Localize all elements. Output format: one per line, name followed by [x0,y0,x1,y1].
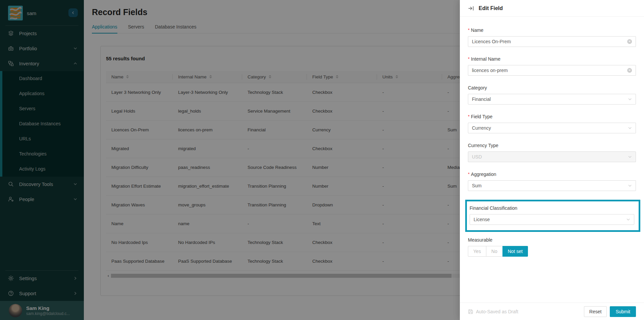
field-label: Measurable [468,237,636,243]
field-group-field-type: *Field Type Currency [468,113,636,133]
field-label: *Field Type [468,113,636,120]
aggregation-select[interactable]: Sum [468,180,636,191]
reset-button[interactable]: Reset [584,306,607,317]
currency-type-select: USD [468,151,636,162]
field-group-measurable: Measurable Yes No Not set [468,237,636,257]
measurable-not-set-button[interactable]: Not set [502,246,528,257]
internal-name-input[interactable] [472,68,627,73]
required-asterisk: * [468,113,470,120]
drawer-title: Edit Field [479,5,503,11]
edit-field-drawer: Edit Field *Name ✕ *Internal Name ✕ Cate… [460,0,644,320]
clear-icon[interactable]: ✕ [627,39,632,44]
financial-classification-highlight: Financial Classification License [465,200,640,232]
auto-save-icon [468,309,473,314]
required-asterisk: * [468,56,470,62]
drawer-close-button[interactable] [468,5,474,11]
category-select[interactable]: Financial [468,94,636,105]
field-group-currency-type: Currency Type USD [468,142,636,162]
drawer-header: Edit Field [460,0,644,17]
clear-icon[interactable]: ✕ [627,68,632,73]
field-group-internal-name: *Internal Name ✕ [468,56,636,76]
name-input[interactable] [472,39,627,44]
field-group-financial-classification: Financial Classification License [470,205,634,225]
measurable-yes-button[interactable]: Yes [468,246,486,257]
financial-classification-select[interactable]: License [470,214,634,225]
drawer-footer: Auto-Saved as Draft Reset Submit [460,303,644,320]
required-asterisk: * [468,27,470,34]
chevron-down-icon [628,97,632,101]
measurable-segmented-control: Yes No Not set [468,246,528,257]
field-label: Currency Type [468,142,636,149]
name-input-wrapper: ✕ [468,36,636,47]
field-label: Category [468,84,636,91]
field-label: Financial Classification [470,205,634,211]
required-asterisk: * [468,171,470,178]
measurable-no-button[interactable]: No [486,246,503,257]
submit-button[interactable]: Submit [610,306,636,317]
chevron-down-icon [628,155,632,159]
field-label: *Aggregation [468,171,636,178]
chevron-down-icon [628,126,632,130]
field-label: *Name [468,27,636,34]
app-root: sam Projects Portfolio Inventory [0,0,644,320]
field-label: *Internal Name [468,56,636,62]
chevron-down-icon [628,184,632,188]
field-group-aggregation: *Aggregation Sum [468,171,636,191]
internal-name-input-wrapper: ✕ [468,65,636,76]
autosave-status-text: Auto-Saved as Draft [476,309,518,314]
collapse-right-icon [468,5,474,11]
autosave-status: Auto-Saved as Draft [468,309,518,314]
field-group-category: Category Financial [468,84,636,105]
drawer-body: *Name ✕ *Internal Name ✕ Category Financ… [460,17,644,303]
field-group-name: *Name ✕ [468,27,636,47]
chevron-down-icon [626,217,630,221]
field-type-select[interactable]: Currency [468,123,636,133]
drawer-actions: Reset Submit [584,306,636,317]
